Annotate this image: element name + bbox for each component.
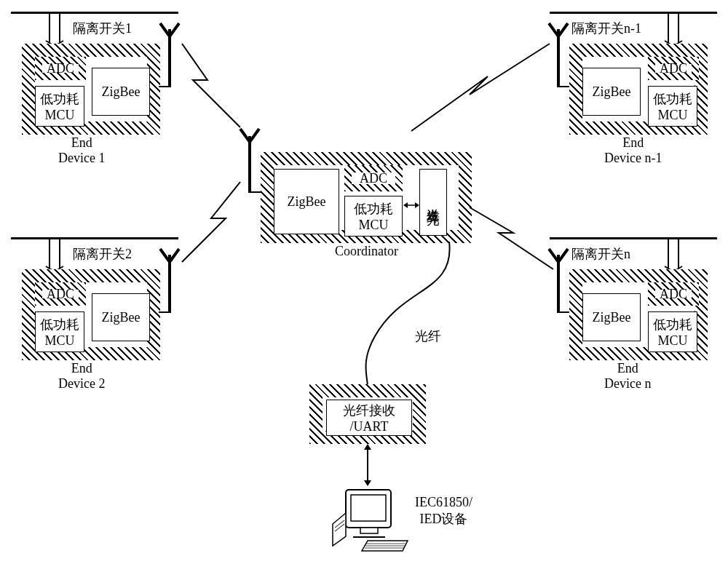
link-dn <box>466 204 561 277</box>
switch-label-2: 隔离开关2 <box>73 245 132 263</box>
end-device-2: ADC 低功耗 MCU ZigBee <box>22 269 160 360</box>
svg-marker-32 <box>364 444 371 450</box>
receiver-block: 光纤接收 /UART <box>326 400 412 436</box>
busbar-bl <box>11 237 178 239</box>
fiber-label: 光纤 <box>415 327 441 345</box>
link-d1 <box>178 40 251 135</box>
svg-marker-26 <box>415 202 419 208</box>
adc-n1: ADC <box>648 57 699 80</box>
mcu-1: 低功耗 MCU <box>35 86 84 127</box>
adc-n: ADC <box>648 282 699 306</box>
mcu-n: 低功耗 MCU <box>648 311 697 352</box>
antenna-2 <box>159 247 181 313</box>
zigbee-1: ZigBee <box>92 68 150 116</box>
ied-computer-icon <box>331 484 411 557</box>
coord-adc: ADC <box>344 165 403 191</box>
disconnector-2 <box>44 239 66 271</box>
svg-rect-35 <box>351 495 386 521</box>
device-name-n1: End Device n-1 <box>604 135 662 166</box>
link-dn1 <box>408 40 553 135</box>
link-d2 <box>178 178 251 266</box>
switch-label-n: 隔离开关n <box>571 245 630 263</box>
switch-label-n1: 隔离开关n-1 <box>571 20 641 37</box>
zigbee-n1: ZigBee <box>582 68 641 116</box>
svg-marker-25 <box>403 202 408 208</box>
disconnector-n1 <box>662 13 684 46</box>
zigbee-n: ZigBee <box>582 293 641 341</box>
adc-2: ADC <box>35 282 86 306</box>
coord-zigbee: ZigBee <box>274 169 339 234</box>
coordinator: ZigBee ADC 低功耗 MCU 光纤发送 <box>261 152 472 243</box>
device-name-n: End Device n <box>604 361 651 392</box>
end-device-n: ADC 低功耗 MCU ZigBee <box>569 269 708 360</box>
antenna-1 <box>159 22 181 87</box>
switch-label-1: 隔离开关1 <box>73 20 132 37</box>
end-device-1: ADC 低功耗 MCU ZigBee <box>22 44 160 135</box>
end-device-n1: ADC 低功耗 MCU ZigBee <box>569 44 708 135</box>
arrow-receiver-ied <box>360 444 375 486</box>
fiber-line <box>360 242 455 387</box>
svg-rect-36 <box>360 528 378 533</box>
device-name-2: End Device 2 <box>58 361 105 392</box>
ied-label: IEC61850/ IED设备 <box>415 495 472 528</box>
mcu-2: 低功耗 MCU <box>35 311 84 352</box>
device-name-1: End Device 1 <box>58 135 105 166</box>
receiver: 光纤接收 /UART <box>309 384 426 444</box>
disconnector-n <box>662 239 684 271</box>
busbar-tr <box>550 12 717 14</box>
busbar-tl <box>11 12 178 14</box>
busbar-br <box>550 237 717 239</box>
disconnector-1 <box>44 13 66 46</box>
zigbee-2: ZigBee <box>92 293 150 341</box>
mcu-n1: 低功耗 MCU <box>648 86 697 127</box>
coord-mcu: 低功耗 MCU <box>344 196 403 237</box>
coord-fiber-tx: 光纤发送 <box>419 169 447 236</box>
adc-1: ADC <box>35 57 86 80</box>
